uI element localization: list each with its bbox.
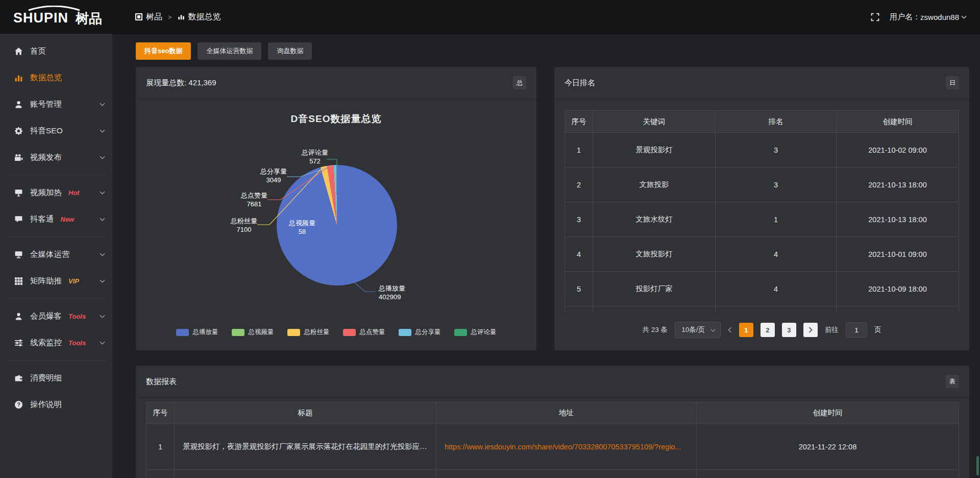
top-bar: SHUPIN 树品 树品 > 数据总览 用户名： zswodun88 — [0, 0, 980, 34]
breadcrumb-separator: > — [168, 13, 172, 21]
chevron-left-icon — [728, 327, 732, 333]
sidebar-item-label: 账号管理 — [30, 99, 62, 110]
report-panel: 数据报表 表 序号 标题 地址 创建时间 — [136, 366, 969, 478]
total-badge-button[interactable]: 总 — [513, 76, 526, 89]
tab-inquiry-data[interactable]: 询盘数据 — [268, 42, 312, 60]
table-row-partial — [146, 470, 959, 478]
app-window: SHUPIN 树品 树品 > 数据总览 用户名： zswodun88 — [0, 0, 980, 478]
col-created: 创建时间 — [837, 111, 959, 133]
chevron-down-icon — [100, 253, 105, 256]
next-page-button[interactable] — [803, 323, 818, 337]
chevron-right-icon — [808, 327, 813, 333]
legend-label: 总评论量 — [471, 328, 497, 337]
chart-legend: 总播放量 总视频量 总粉丝量 总点赞量 总分享量 总评论量 — [136, 328, 536, 337]
sidebar-item-video-publish[interactable]: 视频发布 — [0, 144, 112, 171]
sidebar-item-label: 视频发布 — [30, 152, 62, 163]
legend-item[interactable]: 总评论量 — [454, 328, 497, 337]
col-url: 地址 — [436, 402, 697, 424]
prev-page-button[interactable] — [728, 327, 732, 333]
chevron-down-icon — [100, 218, 105, 221]
logo-text-cn: 树品 — [75, 11, 102, 26]
page-button-3[interactable]: 3 — [782, 323, 796, 337]
legend-item[interactable]: 总粉丝量 — [287, 328, 330, 337]
legend-item[interactable]: 总播放量 — [176, 328, 218, 337]
logo-text-en: SHUPIN — [13, 10, 68, 26]
video-link[interactable]: https://www.iesdouyin.com/share/video/70… — [445, 443, 681, 451]
sidebar-divider — [9, 236, 106, 237]
table-badge-button[interactable]: 表 — [946, 375, 959, 388]
legend-item[interactable]: 总点赞量 — [343, 328, 385, 337]
legend-label: 总视频量 — [249, 328, 274, 337]
sidebar-item-label: 抖音SEO — [30, 126, 63, 136]
main-content: 抖音seo数据 全媒体运营数据 询盘数据 展现量总数: 421,369 总 D音… — [112, 34, 980, 478]
report-panel-header: 数据报表 表 — [136, 366, 969, 398]
chevron-down-icon — [961, 15, 967, 19]
sidebar-item-label: 全媒体运营 — [30, 249, 70, 260]
chevron-down-icon — [100, 315, 105, 318]
sidebar-item-matrix-boost[interactable]: 矩阵助推 VIP — [0, 268, 112, 294]
sidebar-item-member-burst[interactable]: 会员爆客 Tools — [0, 303, 112, 329]
ranking-panel: 今日排名 日 序号 关键词 排名 — [554, 67, 969, 350]
goto-page-input[interactable] — [846, 322, 867, 338]
sidebar-item-lead-monitor[interactable]: 线索监控 Tools — [0, 329, 112, 356]
overview-title: 展现量总数: 421,369 — [146, 78, 216, 88]
bar-chart-icon — [14, 74, 23, 82]
chevron-down-icon — [100, 341, 105, 345]
sidebar-item-doketong[interactable]: 抖客通 New — [0, 206, 112, 232]
sidebar-item-omni-media[interactable]: 全媒体运营 — [0, 241, 112, 268]
tab-omni-media-data[interactable]: 全媒体运营数据 — [198, 42, 261, 60]
pie-label-comments: 总评论量572 — [302, 148, 328, 165]
user-dropdown[interactable]: 用户名： zswodun88 — [890, 12, 967, 22]
tab-douyin-seo-data[interactable]: 抖音seo数据 — [136, 42, 191, 60]
grid-icon — [14, 277, 23, 285]
sidebar-item-spend-detail[interactable]: 消费明细 — [0, 365, 112, 391]
sidebar-item-home[interactable]: 首页 — [0, 38, 112, 64]
video-camera-icon — [14, 153, 23, 162]
legend-swatch — [399, 329, 411, 336]
page-size-select[interactable]: 10条/页 — [675, 322, 721, 338]
breadcrumb-item-overview[interactable]: 数据总览 — [178, 12, 221, 22]
day-badge-button[interactable]: 日 — [946, 76, 959, 89]
pie-label-plays: 总播放量402909 — [379, 284, 405, 301]
page-scrollbar-thumb[interactable] — [976, 456, 979, 475]
logo-arc — [29, 6, 80, 10]
table-row-partial — [565, 306, 959, 313]
breadcrumb-label: 树品 — [146, 12, 162, 22]
goto-label: 前往 — [825, 325, 839, 334]
legend-label: 总分享量 — [415, 328, 441, 337]
tools-badge: Tools — [68, 339, 86, 347]
legend-item[interactable]: 总视频量 — [232, 328, 274, 337]
ranking-panel-header: 今日排名 日 — [554, 67, 969, 99]
table-header-row: 序号 标题 地址 创建时间 — [146, 402, 959, 424]
sidebar-item-douyin-seo[interactable]: 抖音SEO — [0, 117, 112, 144]
table-row: 3文旅水纹灯12021-10-13 18:00 — [565, 202, 959, 237]
legend-swatch — [454, 329, 467, 336]
sidebar-item-label: 抖客通 — [30, 214, 54, 225]
projection-screen-icon — [14, 188, 23, 197]
sidebar-item-data-overview[interactable]: 数据总览 — [0, 64, 112, 91]
breadcrumb-item-platform[interactable]: 树品 — [135, 12, 162, 22]
fullscreen-icon[interactable] — [871, 13, 879, 21]
page-button-1[interactable]: 1 — [739, 323, 753, 337]
col-keyword: 关键词 — [593, 111, 716, 133]
breadcrumb-label: 数据总览 — [188, 12, 221, 22]
legend-swatch — [176, 329, 189, 336]
legend-label: 总粉丝量 — [304, 328, 330, 337]
legend-swatch — [232, 329, 244, 336]
tools-badge: Tools — [68, 313, 86, 320]
legend-item[interactable]: 总分享量 — [399, 328, 441, 337]
sidebar-item-video-heat[interactable]: 视频加热 Hot — [0, 179, 112, 206]
home-icon — [14, 47, 23, 56]
page-button-2[interactable]: 2 — [761, 323, 775, 337]
sidebar-item-label: 会员爆客 — [30, 311, 62, 322]
sidebar-item-label: 消费明细 — [30, 373, 62, 384]
sidebar-divider — [9, 175, 106, 175]
col-no: 序号 — [565, 111, 593, 133]
sidebar-item-account[interactable]: 账号管理 — [0, 91, 112, 117]
topbar-right: 用户名： zswodun88 — [871, 12, 967, 22]
pie-chart-area: D音SEO数据量总览 总评论量572 — [136, 99, 536, 350]
bar-chart-icon — [178, 13, 185, 20]
logo: SHUPIN 树品 — [13, 6, 115, 28]
sidebar-item-instructions[interactable]: 操作说明 — [0, 391, 112, 418]
table-row: 1 景观投影灯，夜游景观投影灯厂家展示展示落花灯在花园里的灯光投影应用效果 # … — [146, 424, 959, 470]
